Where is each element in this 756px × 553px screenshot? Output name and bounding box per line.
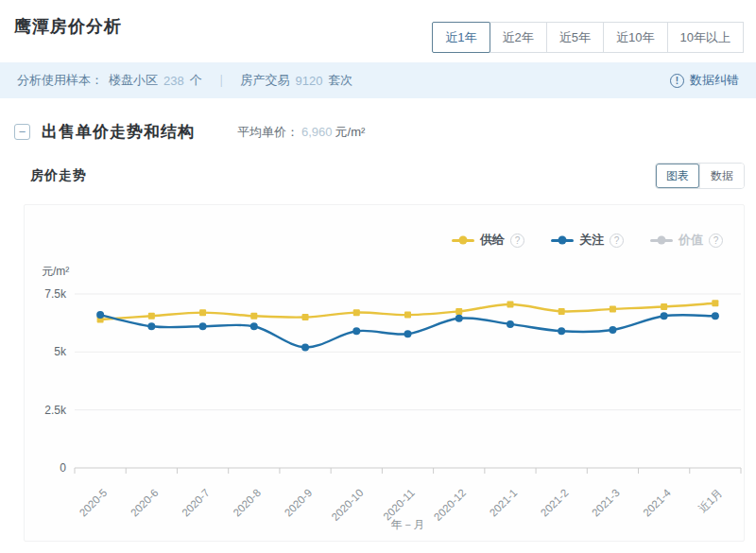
supply-data-point[interactable] — [199, 309, 206, 316]
view-tab-chart[interactable]: 图表 — [656, 164, 699, 188]
attention-data-point[interactable] — [96, 311, 104, 319]
deal-unit: 套次 — [328, 72, 352, 89]
y-axis-tick-label: 7.5k — [44, 287, 67, 301]
chart-panel: 供给 ? 关注 ? 价值 ? 02.5k5k7.5k元/m²2020-52020… — [24, 204, 745, 542]
y-axis-tick-label: 0 — [60, 461, 66, 475]
x-axis-label: 2021-4 — [641, 487, 673, 519]
attention-data-point[interactable] — [507, 320, 514, 328]
attention-data-point[interactable] — [661, 312, 668, 320]
attention-data-point[interactable] — [301, 343, 309, 351]
x-axis-label: 2020-12 — [432, 487, 468, 523]
attention-data-point[interactable] — [250, 322, 258, 330]
deal-label: 房产交易 — [240, 72, 289, 89]
section-header: − 出售单价走势和结构 平均单价：6,960元/m² — [14, 121, 365, 143]
supply-data-point[interactable] — [712, 300, 718, 306]
sample-info-bar: 分析使用样本： 楼盘小区 238 个 ｜ 房产交易 9120 套次 ! 数据纠错 — [0, 62, 756, 98]
x-axis-label: 2020-5 — [77, 487, 110, 519]
x-axis-label: 2020-6 — [129, 487, 161, 519]
supply-data-point[interactable] — [353, 309, 360, 316]
tab-recent-2-years[interactable]: 近2年 — [490, 22, 547, 53]
supply-data-point[interactable] — [148, 313, 155, 320]
chart-subheader: 房价走势 图表 数据 — [30, 163, 745, 189]
sample-prefix: 分析使用样本： — [17, 72, 103, 89]
supply-data-point[interactable] — [250, 313, 257, 320]
collapse-icon[interactable]: − — [14, 124, 30, 140]
section-title: 出售单价走势和结构 — [42, 121, 195, 143]
average-price-unit: 元/m² — [335, 125, 366, 139]
x-axis-label: 2021-1 — [488, 487, 520, 519]
attention-data-point[interactable] — [199, 322, 207, 330]
average-price: 平均单价：6,960元/m² — [237, 124, 365, 141]
average-price-label: 平均单价： — [237, 125, 299, 139]
attention-data-point[interactable] — [609, 326, 616, 334]
data-correction-label: 数据纠错 — [690, 72, 739, 89]
attention-data-point[interactable] — [352, 327, 360, 335]
x-axis-label: 2020-8 — [231, 487, 263, 519]
attention-data-point[interactable] — [712, 312, 719, 320]
attention-data-point[interactable] — [147, 322, 155, 330]
divider: ｜ — [215, 72, 228, 89]
price-trend-chart: 02.5k5k7.5k元/m²2020-52020-62020-72020-82… — [25, 205, 744, 541]
view-tab-data[interactable]: 数据 — [699, 164, 744, 188]
tab-recent-10-years[interactable]: 近10年 — [603, 22, 667, 53]
sample-count: 238 — [163, 74, 184, 88]
supply-data-point[interactable] — [455, 308, 462, 315]
page-title: 鹰潭房价分析 — [14, 15, 122, 38]
yingtan-price-analysis-page: 鹰潭房价分析 近1年 近2年 近5年 近10年 10年以上 分析使用样本： 楼盘… — [0, 0, 756, 553]
x-axis-label: 2021-3 — [590, 487, 622, 519]
tab-recent-5-years[interactable]: 近5年 — [546, 22, 604, 53]
attention-data-point[interactable] — [455, 315, 463, 322]
y-axis-tick-label: 5k — [54, 345, 67, 358]
info-icon: ! — [670, 74, 684, 88]
supply-data-point[interactable] — [302, 314, 309, 320]
x-axis-label: 2020-11 — [381, 487, 417, 523]
sample-unit: 个 — [190, 72, 202, 89]
supply-data-point[interactable] — [507, 302, 513, 308]
tab-recent-1-year[interactable]: 近1年 — [432, 22, 490, 53]
time-range-tabs: 近1年 近2年 近5年 近10年 10年以上 — [433, 22, 744, 53]
attention-data-point[interactable] — [404, 330, 412, 337]
data-correction-link[interactable]: ! 数据纠错 — [670, 72, 739, 89]
x-axis-label: 近1月 — [696, 487, 724, 514]
x-axis-label: 2020-9 — [283, 487, 315, 519]
tab-over-10-years[interactable]: 10年以上 — [667, 22, 744, 53]
average-price-value: 6,960 — [301, 125, 333, 139]
supply-data-point[interactable] — [661, 303, 667, 310]
attention-data-point[interactable] — [558, 327, 565, 335]
chart-title: 房价走势 — [30, 167, 87, 184]
x-axis-label: 2021-2 — [539, 487, 571, 519]
supply-data-point[interactable] — [610, 305, 616, 312]
supply-data-point[interactable] — [404, 312, 411, 319]
deal-count: 9120 — [295, 74, 322, 88]
x-axis-label: 2020-7 — [180, 487, 212, 519]
x-axis-title: 年－月 — [391, 518, 425, 531]
supply-data-point[interactable] — [558, 308, 565, 315]
y-axis-unit-label: 元/m² — [42, 265, 69, 278]
x-axis-label: 2020-10 — [329, 487, 365, 523]
sample-info-text: 分析使用样本： 楼盘小区 238 个 ｜ 房产交易 9120 套次 — [17, 72, 352, 89]
y-axis-tick-label: 2.5k — [44, 404, 67, 417]
sample-label: 楼盘小区 — [109, 72, 158, 89]
view-switcher: 图表 数据 — [655, 163, 745, 189]
